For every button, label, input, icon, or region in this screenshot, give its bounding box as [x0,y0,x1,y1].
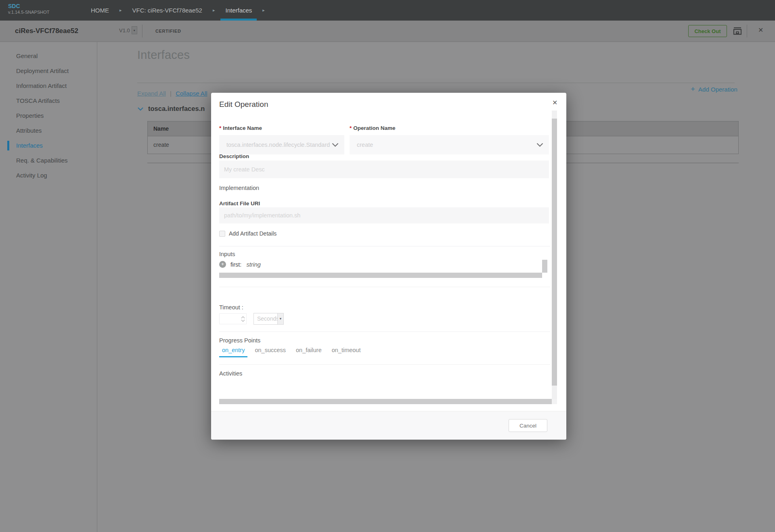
expand-input-icon[interactable]: + [219,261,226,268]
operation-name-label: *Operation Name [350,125,396,131]
required-asterisk: * [219,125,221,131]
inputs-section-label: Inputs [219,251,235,257]
cancel-button[interactable]: Cancel [509,419,547,432]
timeout-unit-select[interactable]: Seconds ▼ [253,313,284,325]
sdc-logo-text: SDC [8,3,50,10]
add-artifact-details-label: Add Artifact Details [229,230,276,237]
breadcrumb-arrow-icon: ▸ [114,8,128,13]
description-label: Description [219,153,249,159]
required-asterisk: * [350,125,352,131]
modal-footer: Cancel [211,411,566,440]
inputs-vertical-scrollbar[interactable] [542,260,547,273]
breadcrumb-interfaces[interactable]: Interfaces [220,0,257,21]
timeout-unit-value: Seconds [257,315,279,322]
operation-name-select[interactable]: create [350,135,549,154]
breadcrumb-arrow-icon: ▸ [257,8,270,13]
sdc-logo: SDC v.1.14.5-SNAPSHOT [8,3,50,15]
timeout-label: Timeout : [219,304,243,311]
timeout-spinner[interactable] [240,314,246,324]
input-type: string [246,261,260,268]
top-nav-bar: SDC v.1.14.5-SNAPSHOT HOME ▸ VFC: ciRes-… [0,0,775,21]
checkbox-icon[interactable] [219,231,225,237]
artifact-file-uri-input[interactable] [219,207,549,223]
implementation-section-label: Implementation [219,185,259,191]
chevron-down-icon [536,143,543,147]
tab-on-timeout[interactable]: on_timeout [329,347,364,357]
modal-horizontal-scrollbar-track [552,399,557,404]
interface-name-label: *Interface Name [219,125,262,131]
app-version: v.1.14.5-SNAPSHOT [8,10,50,15]
chevron-down-icon [332,143,339,147]
modal-horizontal-scrollbar[interactable] [219,399,552,404]
breadcrumb-home[interactable]: HOME [86,0,114,21]
modal-divider [219,287,550,287]
description-input[interactable] [219,161,549,178]
interface-name-select[interactable]: tosca.interfaces.node.lifecycle.Standard [219,135,344,154]
modal-divider [219,332,550,332]
breadcrumb-vfc[interactable]: VFC: ciRes-VFCf78eae52 [128,0,207,21]
modal-title: Edit Operation [219,100,268,109]
edit-operation-modal: Edit Operation ✕ *Interface Name *Operat… [211,93,566,440]
tab-on-failure[interactable]: on_failure [293,347,325,357]
add-artifact-details-checkbox[interactable]: Add Artifact Details [219,230,276,237]
select-arrow-icon: ▼ [277,313,283,324]
modal-divider [219,246,550,246]
modal-vertical-scrollbar-track [552,111,557,399]
modal-close-icon[interactable]: ✕ [552,99,557,106]
inputs-horizontal-scrollbar[interactable] [219,273,542,278]
artifact-file-uri-label: Artifact File URI [219,200,260,207]
operation-name-value: create [357,142,373,148]
interface-name-label-text: Interface Name [223,125,262,131]
tab-on-success[interactable]: on_success [252,347,289,357]
operation-name-label-text: Operation Name [353,125,395,131]
sdc-app: SDC v.1.14.5-SNAPSHOT HOME ▸ VFC: ciRes-… [0,0,775,532]
interface-name-value: tosca.interfaces.node.lifecycle.Standard [226,142,330,148]
input-name: first: [230,261,241,268]
spinner-down-icon [241,319,245,322]
modal-vertical-scrollbar[interactable] [552,119,557,386]
breadcrumb-arrow-icon: ▸ [207,8,221,13]
breadcrumb: HOME ▸ VFC: ciRes-VFCf78eae52 ▸ Interfac… [86,0,270,21]
input-row-first: + first: string [219,261,261,268]
spinner-up-icon [241,316,245,319]
progress-points-section-label: Progress Points [219,337,260,344]
modal-divider [219,364,550,365]
progress-points-tabs: on_entry on_success on_failure on_timeou… [219,347,363,357]
tab-on-entry[interactable]: on_entry [219,347,247,357]
activities-section-label: Activities [219,370,242,377]
